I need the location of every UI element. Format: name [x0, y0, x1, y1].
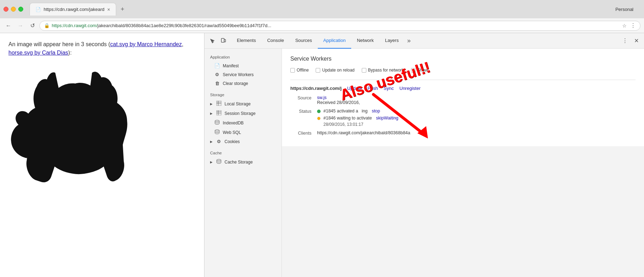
sw-active-status-suffix: ing [362, 109, 368, 113]
sw-status-waiting: #1846 waiting to activate skipWaiting [317, 116, 636, 121]
tab-elements[interactable]: Elements [231, 33, 261, 49]
sidebar-item-manifest[interactable]: 📄 Manifest [204, 61, 282, 70]
close-button[interactable] [4, 7, 8, 12]
tab-title: https://cdn.rawgit.com/jakeard [44, 7, 105, 12]
sw-origin-url: https://cdn.rawgit.com/j [290, 86, 342, 91]
sw-skip-waiting-action[interactable]: skipWaiting [376, 116, 398, 121]
sidebar-item-cookies[interactable]: ▶ ⚙ Cookies [204, 137, 282, 146]
update-on-reload-checkbox-group[interactable]: Update on reload [316, 68, 354, 73]
tab-layers[interactable]: Layers [379, 33, 404, 49]
tab-more-button[interactable]: » [404, 33, 413, 49]
sidebar-web-sql-label: Web SQL [223, 130, 241, 135]
sidebar-item-web-sql[interactable]: Web SQL [204, 128, 282, 137]
tab-application[interactable]: Application [318, 33, 352, 49]
local-storage-icon [216, 101, 222, 107]
sidebar-item-cache-storage[interactable]: ▶ Cache Storage [204, 157, 282, 167]
svg-rect-1 [221, 38, 224, 42]
sw-source-label: Source [290, 95, 311, 100]
horse-svg-link[interactable]: horse.svg by Carla Dias [8, 50, 68, 56]
cat-svg-link[interactable]: cat.svg by Marco Hernandez [110, 41, 182, 47]
nav-bar: ← → ↺ 🔒 https://cdn.rawgit.com/jakearchi… [0, 18, 644, 33]
svg-point-12 [215, 130, 219, 131]
maximize-button[interactable] [18, 7, 23, 12]
devtools-sidebar: Application 📄 Manifest ⚙ Service Workers… [204, 49, 282, 277]
traffic-lights [4, 7, 23, 12]
offline-checkbox[interactable] [290, 68, 295, 73]
sidebar-indexeddb-label: IndexedDB [223, 121, 244, 125]
devtools-more-menu[interactable]: ⋮ [620, 36, 630, 46]
manifest-icon: 📄 [214, 63, 220, 68]
cache-storage-arrow-icon: ▶ [210, 160, 213, 164]
sw-sync-action[interactable]: Sync [384, 86, 394, 91]
back-button[interactable]: ← [4, 21, 13, 31]
tab-close-icon[interactable]: × [107, 7, 110, 12]
bypass-network-checkbox[interactable] [362, 68, 366, 73]
sidebar-item-clear-storage[interactable]: 🗑 Clear storage [204, 79, 282, 88]
sw-waiting-status-text: #1846 waiting to activate [323, 116, 372, 121]
update-on-reload-checkbox[interactable] [316, 68, 320, 73]
sw-clients-label: Clients [290, 130, 311, 136]
new-tab-button[interactable]: + [116, 3, 129, 16]
sw-waiting-date: 28/09/2016, 13:01:17 [323, 122, 636, 127]
content-area: An image will appear here in 3 seconds (… [0, 33, 644, 277]
tab-console[interactable]: Console [261, 33, 290, 49]
url-bar[interactable]: 🔒 https://cdn.rawgit.com/jakearchibald/8… [39, 21, 640, 31]
sw-clients-content: https://cdn.rawgit.com/jakearchibald/803… [317, 130, 636, 135]
indexeddb-icon [214, 120, 220, 126]
sw-status-content: #1845 activated a ing stop #1846 waiting… [317, 109, 636, 127]
sw-stop-action[interactable]: stop [372, 109, 380, 113]
sidebar-cache-storage-label: Cache Storage [225, 160, 253, 165]
devtools-main-panel: Service Workers Offline Update on reload [282, 49, 644, 146]
show-checkbox-group[interactable]: Show [411, 68, 428, 73]
bypass-network-label: Bypass for network [368, 68, 404, 73]
sw-status-row-wrapper: Status #1845 activated a ing stop [290, 109, 636, 127]
browser-chrome: 📄 https://cdn.rawgit.com/jakeard × + Per… [0, 0, 644, 277]
reload-button[interactable]: ↺ [27, 21, 37, 31]
update-on-reload-label: Update on reload [322, 68, 354, 73]
show-checkbox[interactable] [411, 68, 416, 73]
url-display: https://cdn.rawgit.com/jakearchibald/803… [52, 23, 619, 28]
page-text-prefix: An image will appear here in 3 seconds ( [8, 41, 110, 47]
tab-network[interactable]: Network [351, 33, 379, 49]
session-storage-arrow-icon: ▶ [210, 112, 213, 115]
sw-panel-title: Service Workers [290, 56, 636, 62]
clear-storage-icon: 🗑 [214, 81, 220, 86]
sw-waiting-status-dot [317, 117, 321, 120]
sidebar-clear-storage-label: Clear storage [223, 81, 248, 86]
show-label: Show [417, 68, 428, 73]
devtools-close-button[interactable]: ✕ [631, 36, 641, 46]
sidebar-service-workers-label: Service Workers [223, 72, 254, 77]
forward-button[interactable]: → [15, 21, 25, 31]
device-toolbar-button[interactable] [219, 36, 228, 46]
sidebar-manifest-label: Manifest [223, 63, 239, 68]
svg-rect-7 [216, 110, 221, 115]
url-origin: https://cdn.rawgit.com/ [52, 23, 97, 28]
url-menu-icon[interactable]: ⋮ [630, 22, 636, 29]
sw-active-status-dot [317, 110, 321, 113]
tab-sources[interactable]: Sources [290, 33, 318, 49]
browser-tab[interactable]: 📄 https://cdn.rawgit.com/jakeard × [30, 3, 116, 16]
sidebar-section-application: Application [204, 53, 282, 61]
sw-active-status-text: #1845 activated a [323, 109, 358, 113]
bypass-network-checkbox-group[interactable]: Bypass for network [362, 68, 404, 73]
sidebar-section-cache: Cache [204, 149, 282, 157]
url-path: jakearchibald/80368b84ac1ae8e229fc90b3fe… [97, 23, 271, 28]
inspect-element-button[interactable] [207, 36, 217, 46]
sidebar-item-indexeddb[interactable]: IndexedDB [204, 118, 282, 128]
sidebar-item-service-workers[interactable]: ⚙ Service Workers [204, 70, 282, 79]
minimize-button[interactable] [11, 7, 16, 12]
page-text-suffix: ): [68, 50, 72, 56]
sw-source-link[interactable]: sw.js [317, 95, 327, 100]
profile-area: Personal [615, 7, 640, 12]
secure-icon: 🔒 [44, 23, 50, 28]
sw-update-action[interactable]: Update [347, 86, 362, 91]
cookies-icon: ⚙ [216, 139, 222, 144]
sw-unregister-action[interactable]: Unregister [399, 86, 421, 91]
sidebar-item-local-storage[interactable]: ▶ Local Storage [204, 99, 282, 109]
sidebar-session-storage-label: Session Storage [225, 111, 255, 116]
sw-status-label: Status [290, 109, 311, 114]
offline-checkbox-group[interactable]: Offline [290, 68, 309, 73]
sw-push-action[interactable]: Push [367, 86, 378, 91]
bookmark-icon[interactable]: ☆ [622, 23, 627, 29]
sidebar-item-session-storage[interactable]: ▶ Session Storage [204, 109, 282, 118]
